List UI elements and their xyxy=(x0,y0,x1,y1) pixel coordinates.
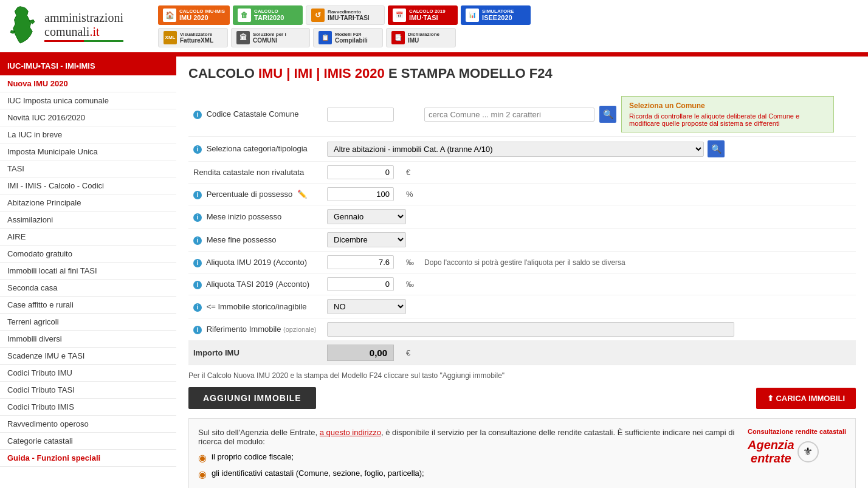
sidebar-item-codici-imis[interactable]: Codici Tributo IMIS xyxy=(0,399,176,416)
mese-fine-select[interactable]: GennaioFebbraioMarzoAprile MaggioGiugnoL… xyxy=(327,232,406,247)
sidebar-item-case-affitto[interactable]: Case affitto e rurali xyxy=(0,297,176,314)
aliquota-tasi-label: Aliquota TASI 2019 (Acconto) xyxy=(206,280,309,289)
sidebar-item-scadenze[interactable]: Scadenze IMU e TASI xyxy=(0,348,176,365)
sidebar-item-terreni[interactable]: Terreni agricoli xyxy=(0,314,176,331)
percentuale-input[interactable] xyxy=(327,187,394,201)
bullet-dot-1: ◉ xyxy=(198,452,207,464)
nav-modellif24[interactable]: 📋 Modelli F24Compilabili xyxy=(313,28,383,47)
nav-isee2020[interactable]: 📊 SIMULATOREISEE2020 xyxy=(461,5,531,25)
isee-icon: 📊 xyxy=(466,9,479,22)
sidebar-item-nuova-imu[interactable]: Nuova IMU 2020 xyxy=(0,75,176,92)
categoria-select[interactable]: Altre abitazioni - immobili Cat. A (tran… xyxy=(327,142,704,157)
sidebar-item-seconda-casa[interactable]: Seconda casa xyxy=(0,280,176,297)
info-aliquota-tasi-icon[interactable]: i xyxy=(193,281,202,289)
immobile-storico-select[interactable]: NOSI xyxy=(327,299,406,314)
info-mese-inizio-icon[interactable]: i xyxy=(193,213,202,222)
nav-imu2020[interactable]: 🏠 CALCOLO IMU·IMISIMU 2020 xyxy=(158,5,230,25)
header: amministrazioni comunali.it 🏠 CALCOLO IM… xyxy=(0,0,868,54)
f24-icon: 📋 xyxy=(319,31,332,44)
magnifier-icon: 🔍 xyxy=(603,109,613,119)
rendita-unit: € xyxy=(406,168,410,177)
mese-inizio-label: Mese inizio possesso xyxy=(207,212,282,221)
info-riferimento-icon[interactable]: i xyxy=(193,326,202,334)
immobile-storico-row: i <= Immobile storico/inagibile NOSI xyxy=(188,295,856,318)
search-categoria-button[interactable]: 🔍 xyxy=(708,140,725,157)
info-aliquota-imu-icon[interactable]: i xyxy=(193,259,202,267)
aliquota-tasi-input[interactable] xyxy=(327,277,394,291)
info-codice-icon[interactable]: i xyxy=(193,111,202,119)
sidebar-item-imu[interactable]: Imposta Municipale Unica xyxy=(0,143,176,160)
sidebar-item-categorie[interactable]: Categorie catastali xyxy=(0,433,176,450)
riferimento-label: Riferimento Immobile xyxy=(207,325,281,334)
mese-fine-label: Mese fine possesso xyxy=(207,235,277,244)
sidebar-item-codici-tasi[interactable]: Codici Tributo TASI xyxy=(0,382,176,399)
categoria-label: Seleziona categoria/tipologia xyxy=(207,144,308,153)
search-categoria-icon: 🔍 xyxy=(711,144,722,154)
aliquota-tasi-unit: ‰ xyxy=(406,280,414,289)
sidebar-item-tasi[interactable]: TASI xyxy=(0,160,176,177)
rendita-input[interactable] xyxy=(327,165,394,179)
sidebar-item-guida[interactable]: Guida - Funzioni speciali xyxy=(0,450,176,467)
sidebar-item-imi-imis[interactable]: IMI - IMIS - Calcolo - Codici xyxy=(0,177,176,194)
main-layout: IUC-IMU•TASI - IMI•IMIS Nuova IMU 2020 I… xyxy=(0,57,868,488)
aliquota-imu-label: Aliquota IMU 2019 (Acconto) xyxy=(206,258,307,267)
home-icon: 🏠 xyxy=(163,9,176,22)
percentuale-row: i Percentuale di possesso ✏️ % xyxy=(188,184,856,205)
logo-text: amministrazioni comunali.it xyxy=(44,11,123,42)
mese-fine-row: i Mese fine possesso GennaioFebbraioMarz… xyxy=(188,229,856,252)
agenzia-logo-text: Agenziaentrate xyxy=(748,438,794,465)
info-categoria-icon[interactable]: i xyxy=(193,145,202,154)
info-percentuale-icon[interactable]: i xyxy=(193,191,202,199)
importo-value: 0,00 xyxy=(327,345,394,361)
codice-catastale-input[interactable] xyxy=(327,108,394,122)
sidebar-item-comodato[interactable]: Comodato gratuito xyxy=(0,246,176,263)
categoria-row: i Seleziona categoria/tipologia Altre ab… xyxy=(188,137,856,162)
aggiungi-immobile-button[interactable]: AGGIUNGI IMMOBILE xyxy=(188,387,316,409)
bullet-item-2: ◉ gli identificativi catastali (Comune, … xyxy=(198,469,846,480)
carica-immobili-button[interactable]: ⬆ CARICA IMMOBILI xyxy=(756,388,856,409)
nav-fatturexml[interactable]: XML VisualizzatoreFattureXML xyxy=(158,28,228,47)
cerca-comune-input[interactable] xyxy=(424,108,594,122)
logo-area: amministrazioni comunali.it xyxy=(6,5,140,47)
agenzia-link[interactable]: a questo indirizzo xyxy=(320,428,381,437)
nav-dichiarazione[interactable]: 📑 DichiarazioneIMU xyxy=(386,28,456,47)
sidebar-item-ravvedimento[interactable]: Ravvedimento operoso xyxy=(0,416,176,433)
sidebar-item-codici-imu[interactable]: Codici Tributo IMU xyxy=(0,365,176,382)
nav-tari2020[interactable]: 🗑 CALCOLOTARI2020 xyxy=(233,5,303,25)
mese-inizio-select[interactable]: GennaioFebbraioMarzoAprile MaggioGiugnoL… xyxy=(327,209,406,224)
codice-catastale-label: Codice Catastale Comune xyxy=(207,109,299,119)
codice-catastale-row: i Codice Catastale Comune 🔍 xyxy=(188,92,856,137)
sidebar-item-novita[interactable]: Novità IUC 2016/2020 xyxy=(0,109,176,126)
sidebar-item-iuc-breve[interactable]: La IUC in breve xyxy=(0,126,176,143)
sidebar: IUC-IMU•TASI - IMI•IMIS Nuova IMU 2020 I… xyxy=(0,57,176,488)
edit-icon[interactable]: ✏️ xyxy=(297,190,307,199)
importo-row: Importo IMU 0,00 € xyxy=(188,341,856,365)
search-comune-button[interactable]: 🔍 xyxy=(599,106,616,123)
importo-label: Importo IMU xyxy=(193,348,239,357)
riferimento-row: i Riferimento Immobile (opzionale) xyxy=(188,318,856,341)
bullet-item-1: ◉ il proprio codice fiscale; xyxy=(198,452,735,464)
riferimento-input[interactable] xyxy=(327,322,734,337)
info-mese-fine-icon[interactable]: i xyxy=(193,236,202,245)
sidebar-item-ab-principale[interactable]: Abitazione Principale xyxy=(0,194,176,211)
importo-unit: € xyxy=(406,348,410,357)
logo-map xyxy=(6,5,40,47)
nav-imu2019[interactable]: 📅 CALCOLO 2019IMU·TASI xyxy=(388,5,458,25)
sidebar-item-immobili-diversi[interactable]: Immobili diversi xyxy=(0,331,176,348)
calc-icon: 📅 xyxy=(393,9,406,22)
form-table: i Codice Catastale Comune 🔍 xyxy=(188,92,856,365)
nav-ravvedimento[interactable]: ↺ RavvedimentoIMU·TARI·TASI xyxy=(306,5,385,25)
sidebar-item-aire[interactable]: AIRE xyxy=(0,229,176,246)
aliquota-imu-note: Dopo l'acconto si potrà gestire l'aliquo… xyxy=(424,258,625,267)
info-immobile-storico-icon[interactable]: i xyxy=(193,303,202,312)
aliquota-imu-input[interactable] xyxy=(327,255,394,269)
sidebar-header: IUC-IMU•TASI - IMI•IMIS xyxy=(0,57,176,75)
green-box: Seleziona un Comune Ricorda di controlla… xyxy=(621,96,834,132)
sidebar-item-iuc[interactable]: IUC Imposta unica comunale xyxy=(0,92,176,109)
sidebar-item-immobili-tasi[interactable]: Immobili locati ai fini TASI xyxy=(0,263,176,280)
dichiarazione-icon: 📑 xyxy=(391,31,405,44)
nav-soluzioni[interactable]: 🏛 Soluzioni per iCOMUNI xyxy=(231,28,310,47)
agenzia-title: Consultazione rendite catastali xyxy=(748,428,846,435)
aliquota-imu-row: i Aliquota IMU 2019 (Acconto) ‰ Dopo l'a… xyxy=(188,252,856,273)
sidebar-item-assimilazioni[interactable]: Assimilazioni xyxy=(0,211,176,229)
